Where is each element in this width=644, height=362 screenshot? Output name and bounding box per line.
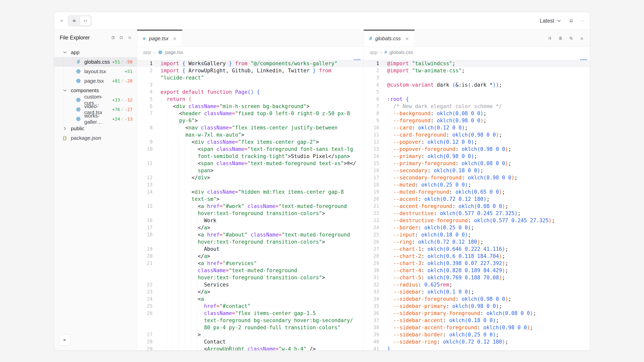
code-line[interactable]: hover:text-foreground transition-colors"… <box>137 274 364 281</box>
code-line[interactable]: 20 </a> <box>137 253 364 260</box>
code-line[interactable]: 41} <box>364 345 590 350</box>
breadcrumb-root[interactable]: app <box>370 49 378 55</box>
code-line[interactable]: 27 --chart-1: oklch(0.646 0.222 41.116); <box>364 245 590 253</box>
panel-bottom-button[interactable] <box>570 19 573 22</box>
code-line[interactable]: 8 <nav className="flex items-center just… <box>137 124 364 131</box>
code-line[interactable]: 19 --muted-foreground: oklch(0.65 0 0); <box>364 188 590 195</box>
code-line[interactable]: 14 --primary: oklch(0.98 0 0); <box>364 153 590 160</box>
code-line[interactable]: text-sm"> <box>137 195 364 203</box>
code-line[interactable]: 13 <box>137 181 364 188</box>
code-line[interactable]: span> <box>137 167 364 174</box>
more-options-button[interactable] <box>581 19 584 22</box>
code-toggle-button[interactable] <box>80 16 91 25</box>
code-line[interactable]: 4export default function Page() { <box>137 88 364 95</box>
code-line[interactable]: 19 About <box>137 245 364 253</box>
code-line[interactable]: 21 --accent-foreground: oklch(0.08 0 0); <box>364 203 590 210</box>
code-line[interactable]: 36 --sidebar-primary-foreground: oklch(0… <box>364 310 590 317</box>
tree-file-globals.css[interactable]: #globals.css+51/-50 <box>54 57 137 67</box>
close-tab-button[interactable]: × <box>173 35 176 42</box>
breadcrumb-file[interactable]: globals.css <box>390 49 413 55</box>
code-line[interactable]: 12 </div> <box>137 174 364 181</box>
code-line[interactable]: 25 --input: oklch(0.18 0 0); <box>364 231 590 238</box>
code-line[interactable]: 6 <div className="min-h-screen bg-backgr… <box>137 103 364 110</box>
tree-file-works-galler-[interactable]: works-galler…+24/-13 <box>54 114 137 124</box>
code-line[interactable]: 3 <box>364 74 590 81</box>
code-line[interactable]: 13 --popover-foreground: oklch(0.98 0 0)… <box>364 145 590 153</box>
code-line[interactable]: 11 <span className="text-muted-foregroun… <box>137 160 364 167</box>
search-files-button[interactable] <box>128 36 131 39</box>
code-line[interactable]: 21 <a href="#services" <box>137 260 364 267</box>
code-line[interactable]: 40 --sidebar-ring: oklch(0.72 0.12 180); <box>364 338 590 345</box>
code-line[interactable]: 26 className="flex items-center gap-1.5 <box>137 310 364 317</box>
code-line[interactable]: 37 --sidebar-accent: oklch(0.18 0 0); <box>364 317 590 324</box>
code-line[interactable]: 15 <a href="#work" className="text-muted… <box>137 203 364 210</box>
code-line[interactable]: 29 --chart-3: oklch(0.398 0.07 227.392); <box>364 260 590 267</box>
code-line[interactable]: 9 <div className="flex items-center gap-… <box>137 138 364 145</box>
code-line[interactable]: 25 href="#contact" <box>137 303 364 310</box>
add-file-button[interactable] <box>559 37 562 40</box>
version-dropdown[interactable]: Latest <box>540 18 562 24</box>
code-line[interactable]: 15 --primary-foreground: oklch(0.08 0 0)… <box>364 160 590 167</box>
code-line[interactable]: 2@import "tw-animate-css"; <box>364 67 590 74</box>
code-line[interactable]: 18 --muted: oklch(0.25 0 0); <box>364 181 590 188</box>
code-line[interactable]: 17 </a> <box>137 224 364 231</box>
code-line[interactable]: text-foreground bg-secondary hover:bg-se… <box>137 317 364 324</box>
code-line[interactable]: 16 --secondary: oklch(0.18 0 0); <box>364 167 590 174</box>
code-line[interactable]: 4@custom-variant dark (&:is(.dark *)); <box>364 81 590 88</box>
tree-file-package.json[interactable]: {}package.json <box>54 133 137 143</box>
breadcrumb-root[interactable]: app <box>143 49 151 55</box>
split-editor-button[interactable] <box>548 37 551 40</box>
code-line[interactable]: 1@import "tailwindcss"; <box>364 60 590 67</box>
code-line[interactable]: 8 --background: oklch(0.08 0 0); <box>364 110 590 117</box>
code-line[interactable]: py-6"> <box>137 117 364 124</box>
code-line[interactable]: 32 --radius: 0.625rem; <box>364 281 590 288</box>
tab-globals-css[interactable]: # globals.css × <box>364 30 415 46</box>
code-line[interactable]: 7 <header className="fixed top-0 left-0 … <box>137 110 364 117</box>
code-editor-globals-css[interactable]: 1@import "tailwindcss";2@import "tw-anim… <box>364 58 590 350</box>
code-line[interactable]: 35 --sidebar-primary: oklch(0.98 0 0); <box>364 303 590 310</box>
code-line[interactable]: 39 --sidebar-border: oklch(0.25 0 0); <box>364 331 590 338</box>
code-line[interactable]: 3 <box>137 81 364 88</box>
tree-folder-public[interactable]: public <box>54 124 137 133</box>
code-line[interactable]: max-w-7xl mx-auto"> <box>137 131 364 138</box>
code-line[interactable]: 28 --chart-2: oklch(0.6 0.118 184.704); <box>364 253 590 260</box>
code-editor-page-tsx[interactable]: 1import { WorksGallery } from "@/compone… <box>137 58 364 350</box>
chevrons-left-icon[interactable] <box>60 19 63 22</box>
code-line[interactable]: 16 Work <box>137 217 364 224</box>
code-line[interactable]: 23 --destructive-foreground: oklch(0.577… <box>364 217 590 224</box>
code-line[interactable]: 34 --sidebar-foreground: oklch(0.98 0 0)… <box>364 295 590 303</box>
tree-folder-app[interactable]: app <box>54 47 137 57</box>
breadcrumb-file[interactable]: page.tsx <box>165 49 183 55</box>
new-folder-button[interactable] <box>120 36 123 39</box>
code-line[interactable]: 18 <a href="#about" className="text-mute… <box>137 231 364 238</box>
code-line[interactable]: 28 Contact <box>137 338 364 345</box>
tree-file-page.tsx[interactable]: page.tsx+81/-28 <box>54 76 137 86</box>
code-line[interactable]: 26 --ring: oklch(0.72 0.12 180); <box>364 238 590 245</box>
code-line[interactable]: 24 <a <box>137 295 364 303</box>
code-line[interactable]: 9 --foreground: oklch(0.98 0 0); <box>364 117 590 124</box>
code-line[interactable]: 30 --chart-4: oklch(0.828 0.189 84.429); <box>364 267 590 274</box>
code-line[interactable]: 20 --accent: oklch(0.72 0.12 180); <box>364 195 590 203</box>
preview-toggle-button[interactable] <box>69 16 80 25</box>
code-line[interactable]: font-semibold tracking-tight">Studio Pix… <box>137 153 364 160</box>
tree-file-layout.tsx[interactable]: layout.tsx+51 <box>54 67 137 76</box>
download-button[interactable] <box>580 37 584 40</box>
code-line[interactable]: 31 --chart-5: oklch(0.769 0.188 70.08); <box>364 274 590 281</box>
copy-code-button[interactable] <box>570 37 573 40</box>
code-line[interactable]: 24 --border: oklch(0.25 0 0); <box>364 224 590 231</box>
close-tab-button[interactable]: × <box>405 35 409 42</box>
code-line[interactable]: hover:text-foreground transition-colors"… <box>137 210 364 217</box>
code-line[interactable]: "lucide-react" <box>137 74 364 81</box>
code-line[interactable]: 12 --popover: oklch(0.12 0 0); <box>364 138 590 145</box>
code-line[interactable]: 14 <div className="hidden md:flex items-… <box>137 188 364 195</box>
code-line[interactable]: 17 --secondary-foreground: oklch(0.98 0 … <box>364 174 590 181</box>
code-line[interactable]: 80 px-4 py-2 rounded-full transition-col… <box>137 324 364 331</box>
code-line[interactable]: 5 return ( <box>137 95 364 103</box>
tab-page-tsx[interactable]: page.tsx × <box>137 30 182 46</box>
code-line[interactable]: hover:text-foreground transition-colors"… <box>137 238 364 245</box>
code-line[interactable]: 33 --sidebar: oklch(0.1 0 0); <box>364 288 590 295</box>
code-line[interactable]: 5 <box>364 88 590 95</box>
code-line[interactable]: 2import { ArrowUpRight, Github, Linkedin… <box>137 67 364 74</box>
code-line[interactable]: 27 > <box>137 331 364 338</box>
code-line[interactable]: 22 --destructive: oklch(0.577 0.245 27.3… <box>364 210 590 217</box>
